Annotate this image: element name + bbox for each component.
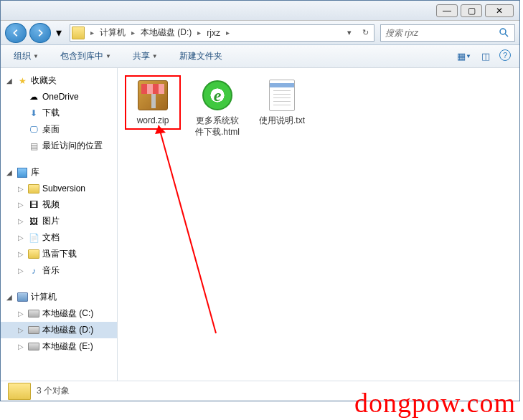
expand-icon: ▷ [18,201,25,209]
favorites-group: ◢ ★ 收藏夹 ☁OneDrive ⬇下载 🖵桌面 ▤最近访问的位置 [1,72,117,154]
sidebar-item-thunder[interactable]: ▷迅雷下载 [1,246,117,262]
explorer-body: ◢ ★ 收藏夹 ☁OneDrive ⬇下载 🖵桌面 ▤最近访问的位置 ◢ 库 ▷… [1,68,519,381]
expand-icon: ▷ [18,185,25,193]
preview-button[interactable]: ◫ [478,49,494,64]
favorites-header[interactable]: ◢ ★ 收藏夹 [1,72,117,89]
file-item-html[interactable]: 更多系统软件下载.html [189,75,245,140]
watermark-text: dongpow.com [354,387,516,419]
close-button[interactable]: ✕ [485,4,514,17]
navigation-pane: ◢ ★ 收藏夹 ☁OneDrive ⬇下载 🖵桌面 ▤最近访问的位置 ◢ 库 ▷… [1,68,118,381]
folder-icon [28,183,39,194]
file-name: word.zip [137,115,169,127]
sidebar-item-downloads[interactable]: ⬇下载 [1,105,117,121]
drive-icon [28,341,39,353]
view-button[interactable]: ▦▼ [456,49,472,64]
tree-label: 计算机 [31,291,57,303]
expand-icon: ▷ [18,267,25,275]
minimize-button[interactable]: — [436,4,458,17]
download-icon: ⬇ [28,108,39,119]
libraries-header[interactable]: ◢ 库 [1,164,117,181]
music-icon: ♪ [28,265,39,277]
cloud-icon: ☁ [28,91,39,102]
sidebar-item-desktop[interactable]: 🖵桌面 [1,121,117,138]
collapse-icon: ◢ [6,77,14,85]
file-name: 更多系统软件下载.html [192,115,242,138]
chevron-right-icon: ▸ [197,29,201,37]
star-icon: ★ [17,75,28,87]
html-icon [200,78,235,113]
svg-point-0 [500,29,506,34]
sidebar-item-drive-d[interactable]: ▷本地磁盘 (D:) [1,322,117,338]
chevron-right-icon: ▸ [131,29,135,37]
arrow-right-icon [35,28,45,38]
address-dropdown[interactable]: ▾ [342,26,357,40]
breadcrumb-item[interactable]: rjxz [204,27,223,39]
drive-icon [28,308,39,320]
help-button[interactable]: ? [499,49,511,61]
titlebar: — ▢ ✕ [1,1,519,21]
sidebar-item-music[interactable]: ▷♪音乐 [1,262,117,279]
file-item-txt[interactable]: 使用说明.txt [254,75,310,130]
computer-icon [17,292,28,303]
sidebar-item-video[interactable]: ▷🎞视频 [1,196,117,213]
forward-button[interactable] [29,23,51,43]
toolbar: 组织▼ 包含到库中▼ 共享▼ 新建文件夹 ▦▼ ◫ ? [1,45,519,68]
sidebar-item-subversion[interactable]: ▷Subversion [1,181,117,196]
sidebar-item-documents[interactable]: ▷📄文档 [1,229,117,246]
desktop-icon: 🖵 [28,124,39,135]
refresh-button[interactable]: ↻ [358,26,372,40]
drive-icon [28,325,39,336]
include-button[interactable]: 包含到库中▼ [56,47,116,65]
explorer-window: — ▢ ✕ ▾ ▸ 计算机 ▸ 本地磁盘 (D:) ▸ rjxz ▸ ▾ [0,0,520,401]
breadcrumb-item[interactable]: 本地磁盘 (D:) [138,25,194,40]
expand-icon: ▷ [18,234,25,242]
search-box[interactable] [380,24,515,42]
chevron-right-icon: ▸ [90,29,94,37]
svg-line-1 [505,34,508,37]
picture-icon: 🖼 [28,216,39,227]
expand-icon: ▷ [18,217,25,225]
computer-header[interactable]: ◢ 计算机 [1,289,117,305]
expand-icon: ▷ [18,250,25,258]
annotation-arrow [151,118,223,340]
sidebar-item-pictures[interactable]: ▷🖼图片 [1,213,117,229]
maximize-button[interactable]: ▢ [461,4,482,17]
back-button[interactable] [5,23,27,43]
newfolder-button[interactable]: 新建文件夹 [175,47,227,65]
expand-icon: ▷ [18,310,25,318]
breadcrumb: ▸ 计算机 ▸ 本地磁盘 (D:) ▸ rjxz ▸ [88,25,232,40]
file-item-zip[interactable]: word.zip [125,75,181,130]
library-icon [17,167,28,178]
collapse-icon: ◢ [6,293,14,301]
libraries-group: ◢ 库 ▷Subversion ▷🎞视频 ▷🖼图片 ▷📄文档 ▷迅雷下载 ▷♪音… [1,164,117,279]
txt-icon [265,78,299,113]
collapse-icon: ◢ [6,168,14,176]
arrow-left-icon [11,28,21,38]
search-input[interactable] [385,28,499,38]
recent-icon: ▤ [28,140,39,152]
file-name: 使用说明.txt [259,115,305,127]
item-count: 3 个对象 [37,385,70,397]
sidebar-item-recent[interactable]: ▤最近访问的位置 [1,138,117,154]
sidebar-item-onedrive[interactable]: ☁OneDrive [1,89,117,105]
folder-icon [8,383,31,400]
expand-icon: ▷ [18,326,25,334]
video-icon: 🎞 [28,199,39,211]
organize-button[interactable]: 组织▼ [9,47,43,65]
share-button[interactable]: 共享▼ [128,47,162,65]
document-icon: 📄 [28,232,39,244]
file-list[interactable]: word.zip 更多系统软件下载.html 使用说明.txt [118,68,519,381]
folder-icon [28,249,39,260]
search-icon[interactable] [499,27,510,39]
breadcrumb-item[interactable]: 计算机 [97,25,128,40]
tree-label: 收藏夹 [31,75,57,87]
zip-icon [136,78,170,113]
expand-icon: ▷ [18,343,25,350]
navigation-bar: ▾ ▸ 计算机 ▸ 本地磁盘 (D:) ▸ rjxz ▸ ▾ ↻ [1,21,519,45]
address-bar[interactable]: ▸ 计算机 ▸ 本地磁盘 (D:) ▸ rjxz ▸ ▾ ↻ [70,24,374,42]
sidebar-item-drive-c[interactable]: ▷本地磁盘 (C:) [1,305,117,322]
sidebar-item-drive-e[interactable]: ▷本地磁盘 (E:) [1,338,117,355]
tree-label: 库 [31,166,39,178]
computer-group: ◢ 计算机 ▷本地磁盘 (C:) ▷本地磁盘 (D:) ▷本地磁盘 (E:) [1,289,117,355]
nav-dropdown[interactable]: ▾ [54,26,64,40]
